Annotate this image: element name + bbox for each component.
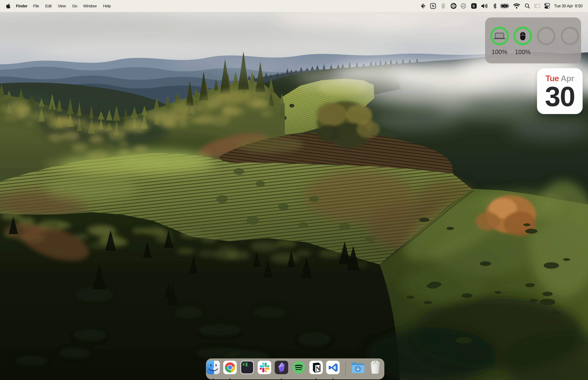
svg-text:$: $ — [242, 362, 245, 367]
svg-text:S: S — [473, 4, 475, 8]
svg-text:N: N — [316, 365, 320, 372]
svg-text:N: N — [432, 4, 435, 8]
